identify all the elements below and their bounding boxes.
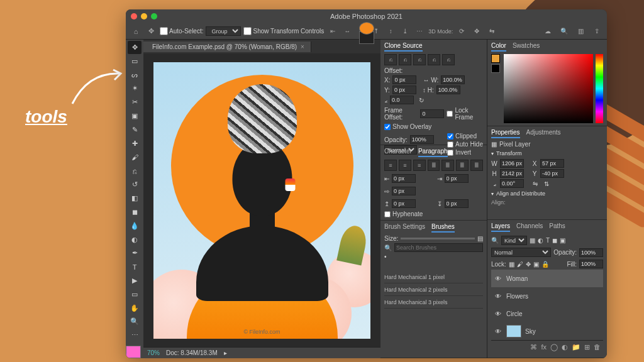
type-tool[interactable]: T bbox=[128, 260, 142, 273]
canvas[interactable]: © FileInfo.com bbox=[153, 62, 370, 339]
layer-opacity-input[interactable] bbox=[579, 248, 603, 257]
layer-name[interactable]: Circle bbox=[506, 310, 523, 317]
canvas-viewport[interactable]: © FileInfo.com bbox=[143, 53, 380, 347]
lock-all-icon[interactable]: 🔒 bbox=[541, 261, 549, 268]
angle-input[interactable] bbox=[390, 96, 414, 104]
filter-smart-icon[interactable]: ▣ bbox=[560, 237, 565, 244]
status-chevron-icon[interactable]: ▸ bbox=[224, 349, 227, 356]
auto-select-dropdown[interactable]: Group bbox=[206, 26, 241, 36]
adjustments-tab[interactable]: Adjustments bbox=[526, 129, 561, 138]
brush-preset-1[interactable]: Hard Mechanical 1 pixel bbox=[384, 271, 483, 283]
fg-color-preview[interactable] bbox=[491, 54, 500, 63]
filter-kind-icon[interactable]: 🔍 bbox=[491, 237, 499, 244]
close-tab-icon[interactable]: × bbox=[301, 43, 304, 50]
color-field[interactable] bbox=[504, 54, 593, 123]
lock-pixels-icon[interactable]: 🖌 bbox=[517, 261, 523, 268]
clone-source-tab[interactable]: Clone Source bbox=[384, 42, 423, 52]
offset-x-input[interactable] bbox=[392, 75, 416, 84]
prop-angle-input[interactable] bbox=[500, 179, 524, 188]
offset-y-input[interactable] bbox=[392, 85, 416, 94]
healing-brush-tool[interactable]: ✚ bbox=[128, 137, 142, 150]
delete-layer-icon[interactable]: 🗑 bbox=[594, 343, 601, 351]
bg-color-preview[interactable] bbox=[491, 64, 500, 73]
clone-source-1[interactable]: ⎌ bbox=[384, 54, 397, 65]
align-section[interactable]: Align and Distribute bbox=[491, 190, 603, 197]
layer-row-circle[interactable]: 👁Circle bbox=[491, 305, 603, 322]
scale-w-input[interactable] bbox=[441, 75, 465, 84]
align-bottom-icon[interactable]: ⤓ bbox=[399, 25, 411, 38]
layer-name[interactable]: Flowers bbox=[506, 293, 528, 300]
layer-row-flowers[interactable]: 👁Flowers bbox=[491, 287, 603, 305]
layer-name[interactable]: Woman bbox=[506, 275, 528, 282]
eraser-tool[interactable]: ◧ bbox=[128, 192, 142, 205]
crop-tool[interactable]: ✂ bbox=[128, 96, 142, 109]
mode-3d-slide-icon[interactable]: ⇆ bbox=[486, 25, 498, 38]
layer-fx-icon[interactable]: fx bbox=[541, 343, 547, 351]
layer-thumb[interactable] bbox=[506, 325, 521, 337]
layer-thumb[interactable] bbox=[359, 40, 374, 44]
path-select-tool[interactable]: ▶ bbox=[128, 274, 142, 287]
layer-name[interactable]: Sky bbox=[525, 328, 536, 335]
brush-thumb-1[interactable]: • bbox=[384, 253, 401, 270]
prop-h-input[interactable] bbox=[500, 169, 524, 178]
gradient-tool[interactable]: ◼ bbox=[128, 206, 142, 219]
justify-all-icon[interactable]: ≣ bbox=[470, 160, 483, 171]
swatches-tab[interactable]: Swatches bbox=[513, 42, 540, 52]
marquee-tool[interactable]: ▭ bbox=[128, 55, 142, 68]
edit-toolbar[interactable]: ⋯ bbox=[128, 329, 142, 342]
auto-select-checkbox[interactable]: Auto-Select: bbox=[160, 27, 203, 35]
frame-offset-input[interactable] bbox=[420, 109, 444, 118]
overlay-opacity-input[interactable] bbox=[410, 135, 434, 144]
space-before-input[interactable] bbox=[392, 199, 416, 208]
layer-row-sky[interactable]: 👁Sky bbox=[491, 322, 603, 340]
justify-last-center-icon[interactable]: ≣ bbox=[441, 160, 454, 171]
brushes-tab[interactable]: Brushes bbox=[431, 223, 455, 233]
indent-first-input[interactable] bbox=[392, 187, 416, 195]
layer-fill-input[interactable] bbox=[579, 260, 603, 268]
visibility-toggle[interactable]: 👁 bbox=[494, 275, 502, 282]
filter-type-icon[interactable]: T bbox=[546, 237, 550, 244]
properties-tab[interactable]: Properties bbox=[491, 129, 520, 138]
share-icon[interactable]: ⇪ bbox=[591, 25, 603, 38]
lock-artboard-icon[interactable]: ▣ bbox=[533, 261, 539, 268]
lock-frame-checkbox[interactable]: Lock Frame bbox=[447, 107, 483, 121]
prop-y-input[interactable] bbox=[540, 169, 564, 178]
channels-tab[interactable]: Channels bbox=[516, 222, 543, 232]
visibility-toggle[interactable]: 👁 bbox=[494, 293, 502, 300]
hue-slider[interactable] bbox=[596, 54, 603, 123]
clone-stamp-tool[interactable]: ⎌ bbox=[128, 164, 142, 177]
prop-w-input[interactable] bbox=[500, 159, 524, 168]
zoom-tool[interactable]: 🔍 bbox=[128, 315, 142, 329]
align-right-text-icon[interactable]: ≡ bbox=[413, 160, 426, 171]
brush-settings-tab[interactable]: Brush Settings bbox=[384, 223, 425, 233]
lock-position-icon[interactable]: ✥ bbox=[526, 261, 531, 268]
group-icon[interactable]: 📁 bbox=[572, 343, 580, 351]
align-middle-icon[interactable]: ↕ bbox=[384, 25, 397, 38]
cloud-docs-icon[interactable]: ☁ bbox=[541, 25, 554, 38]
filter-adjust-icon[interactable]: ◐ bbox=[538, 237, 543, 244]
space-after-input[interactable] bbox=[445, 199, 469, 208]
justify-last-left-icon[interactable]: ≣ bbox=[428, 160, 440, 171]
quick-select-tool[interactable]: ✶ bbox=[128, 82, 142, 95]
lasso-tool[interactable]: ᔕ bbox=[128, 69, 142, 82]
close-button[interactable] bbox=[131, 13, 137, 19]
adjustment-layer-icon[interactable]: ◐ bbox=[562, 343, 568, 351]
home-icon[interactable]: ⌂ bbox=[130, 25, 142, 38]
more-align-icon[interactable]: ⋯ bbox=[413, 25, 426, 38]
shape-tool[interactable]: ▭ bbox=[128, 288, 142, 301]
transform-section[interactable]: Transform bbox=[491, 150, 603, 156]
zoom-button[interactable] bbox=[151, 13, 157, 19]
zoom-level[interactable]: 70% bbox=[147, 349, 160, 356]
paragraph-tab[interactable]: Paragraph bbox=[418, 148, 448, 157]
clone-source-2[interactable]: ⎌ bbox=[399, 54, 411, 65]
align-left-icon[interactable]: ⇤ bbox=[326, 25, 339, 38]
filter-kind-dropdown[interactable]: Kind bbox=[501, 236, 527, 245]
brush-preset-3[interactable]: Hard Mechanical 3 pixels bbox=[384, 296, 483, 309]
show-transform-checkbox[interactable]: Show Transform Controls bbox=[243, 27, 324, 35]
link-layers-icon[interactable]: ⌘ bbox=[530, 343, 537, 351]
character-tab[interactable]: Character bbox=[384, 148, 412, 157]
filter-pixel-icon[interactable]: ▦ bbox=[530, 237, 535, 244]
blur-tool[interactable]: 💧 bbox=[128, 219, 142, 233]
brush-search-input[interactable] bbox=[394, 243, 483, 252]
layers-tab[interactable]: Layers bbox=[491, 222, 510, 232]
